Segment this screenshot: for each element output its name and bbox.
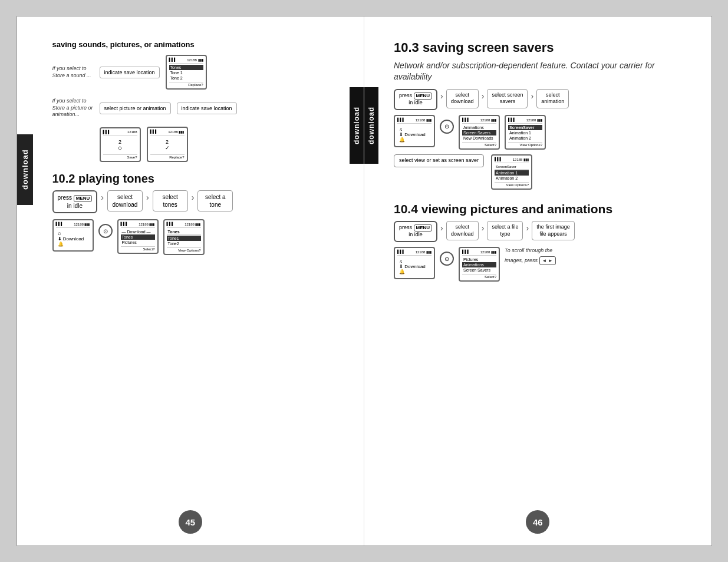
step-select-tone: select atone (197, 190, 233, 211)
left-tab-label: download (17, 134, 33, 205)
ph-t3-header: ▌▌▌ 12188 ▮▮▮ (167, 222, 201, 228)
book-spread: download download saving sounds, picture… (17, 16, 712, 546)
ph2-footer: Replace? (150, 154, 185, 159)
view-step-firstimage: the first imagefile appears (532, 221, 575, 240)
ph-t1-header: ▌▌▌ 12188 ▮▮▮ (56, 222, 90, 228)
page-right: download 10.3 saving screen savers Netwo… (364, 16, 711, 546)
phone-picture1: ▌▌▌ 12188 2 ◇ Save? (100, 127, 141, 162)
phone-tones2: ▌▌▌ 12188 ▮▮▮ — Download — Tones Picture… (117, 219, 159, 254)
ss-title: 10.3 saving screen savers (394, 40, 694, 55)
ss-step-download: selectdownload (446, 89, 479, 108)
phone-ss4: ▌▌▌ 12188 ▮▮▮ ScreenSaver Animation 1 An… (491, 154, 532, 190)
nav-circle-ss: ⊙ (440, 120, 454, 134)
ph-ss2-footer: Select? (462, 142, 496, 147)
step-select-tones: selecttones (153, 190, 188, 211)
view-arrow1: › (440, 221, 443, 233)
view-step-download: selectdownload (446, 221, 479, 240)
view-step-press: press MENUin idle (394, 221, 437, 242)
view-arrow3: › (526, 221, 529, 233)
ph-ss4-footer: View Options? (495, 182, 529, 187)
phone-view2: ▌▌▌ 12188 ▮▮▮ Pictures Animations Screen… (459, 247, 500, 282)
ph-header: ▌▌▌ 12188 (103, 130, 137, 135)
viewing-title: 10.4 viewing pictures and animations (394, 201, 694, 216)
store-sound-row: If you select to Store a sound ... indic… (52, 55, 347, 90)
ss-step-press: press MENUin idle (394, 89, 437, 110)
phone-ss2: ▌▌▌ 12188 ▮▮▮ Animations Screen Savers N… (459, 115, 500, 150)
view-arrow2: › (482, 221, 485, 233)
ph-t3-footer: View Options? (167, 247, 201, 252)
page-number-left: 45 (179, 510, 202, 534)
select-view-row: select view or set as screen saver ▌▌▌ 1… (394, 154, 694, 190)
arrow1: › (101, 190, 104, 202)
ss-step-animation: selectanimation (536, 89, 569, 108)
ph-v2-header: ▌▌▌ 12188 ▮▮▮ (462, 250, 496, 256)
ph-ss2-header: ▌▌▌ 12188 ▮▮▮ (462, 118, 496, 124)
step-select-download: selectdownload (107, 190, 143, 211)
phone-tones1: ▌▌▌ 12188 ▮▮▮ ♫ ⬇ Download 🔔 (52, 219, 94, 252)
indicate-save-box: indicate save location (100, 67, 160, 78)
tones-phones-row: ▌▌▌ 12188 ▮▮▮ ♫ ⬇ Download 🔔 ⊙ ▌▌▌ 1218 (52, 219, 347, 255)
phone-footer: Replace? (169, 82, 203, 87)
left-page-right-tab: download (350, 87, 364, 164)
ph-ss4-header: ▌▌▌ 12188 ▮▮▮ (495, 157, 529, 163)
ss-arrow2: › (482, 89, 485, 101)
arrow3: › (192, 190, 195, 202)
store-picture-label: If you select to Store a picture or anim… (52, 98, 94, 118)
ph2-header: ▌▌▌ 12188 ▮▮▮ (150, 130, 185, 135)
ph-t2-header: ▌▌▌ 12188 ▮▮▮ (121, 222, 155, 228)
picture-phones-row: ▌▌▌ 12188 2 ◇ Save? ▌▌▌ 12188 ▮▮▮ (100, 127, 347, 162)
ss-phones-row1: ▌▌▌ 12188 ▮▮▮ ♫ ⬇ Download 🔔 ⊙ ▌▌▌ 1218 (394, 115, 694, 150)
viewing-steps-row: press MENUin idle › selectdownload › sel… (394, 221, 694, 242)
ss-subtitle: Network and/or subscription-dependent fe… (394, 60, 694, 81)
page-number-right: 46 (526, 510, 549, 534)
indicate-save2-box: indicate save location (177, 103, 237, 114)
nav-circle-view: ⊙ (440, 252, 454, 266)
phone-ss1: ▌▌▌ 12188 ▮▮▮ ♫ ⬇ Download 🔔 (394, 115, 435, 147)
phone-view1: ▌▌▌ 12188 ▮▮▮ ♫ ⬇ Download 🔔 (394, 247, 435, 279)
phone-ss3: ▌▌▌ 12188 ▮▮▮ ScreenSaver Animation 1 An… (505, 115, 546, 150)
ph-footer: Save? (103, 154, 137, 159)
ph-t2-footer: Select? (121, 246, 155, 251)
ph-v2-footer: Select? (462, 274, 496, 279)
phone-picture2: ▌▌▌ 12188 ▮▮▮ 2 ✓ Replace? (147, 127, 188, 162)
arrow-keys: ◄ ► (539, 256, 556, 265)
tones-section: 10.2 playing tones press MENUin idle › s… (52, 171, 347, 255)
phone-save-sound: ▌▌▌ 12188 ▮▮▮ Tones Tone 1 Tone 2 Replac… (166, 55, 207, 90)
viewing-phones-row: ▌▌▌ 12188 ▮▮▮ ♫ ⬇ Download 🔔 ⊙ ▌▌▌ 1218 (394, 247, 694, 282)
menu-icon-view: MENU (414, 224, 433, 232)
ss-steps-row: press MENUin idle › selectdownload › sel… (394, 89, 694, 110)
ph-ss1-header: ▌▌▌ 12188 ▮▮▮ (397, 118, 431, 124)
right-page-left-tab: download (364, 87, 378, 164)
page-left: download download saving sounds, picture… (17, 16, 365, 546)
store-picture-row: If you select to Store a picture or anim… (52, 98, 347, 118)
tones-steps-row: press MENUin idle › selectdownload › sel… (52, 190, 347, 213)
view-step-filetype: select a filetype (487, 221, 523, 240)
ph-v1-header: ▌▌▌ 12188 ▮▮▮ (397, 250, 431, 256)
viewing-section: 10.4 viewing pictures and animations pre… (394, 201, 694, 282)
ss-arrow3: › (531, 89, 533, 101)
screen-savers-section: 10.3 saving screen savers Network and/or… (394, 40, 694, 190)
step-press-idle: press MENUin idle (52, 190, 98, 213)
ph-ss3-footer: View Options? (508, 142, 542, 147)
scroll-note: To scroll through the images, press ◄ ► (505, 247, 558, 265)
select-view-box: select view or set as screen saver (394, 154, 484, 167)
ss-arrow1: › (440, 89, 443, 101)
store-sound-label: If you select to Store a sound ... (52, 65, 94, 79)
saving-title: saving sounds, pictures, or animations (52, 40, 347, 49)
ss-step-screensavers: select screensavers (487, 89, 528, 108)
nav-circle-tones: ⊙ (98, 224, 113, 238)
ph-ss3-header: ▌▌▌ 12188 ▮▮▮ (508, 118, 542, 124)
menu-icon: MENU (74, 195, 93, 202)
saving-section: saving sounds, pictures, or animations I… (52, 40, 347, 162)
phone-header: ▌▌▌ 12188 ▮▮▮ (169, 58, 203, 64)
select-picture-box: select picture or animation (100, 103, 171, 114)
tones-title: 10.2 playing tones (52, 171, 347, 186)
menu-icon-ss: MENU (414, 92, 433, 100)
phone-tones3: ▌▌▌ 12188 ▮▮▮ Tones Tone1 Tone2 View Opt… (163, 219, 205, 255)
arrow2: › (146, 190, 149, 202)
